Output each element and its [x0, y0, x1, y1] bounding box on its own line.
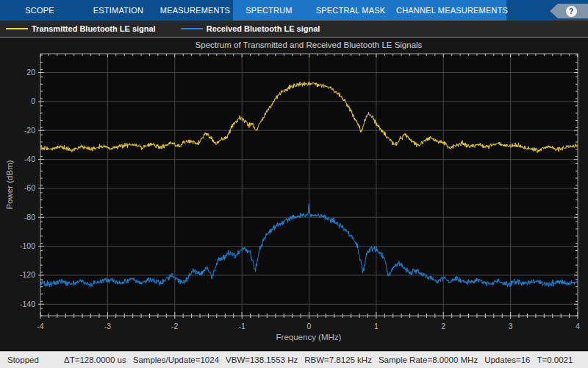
svg-text:-100: -100 [20, 241, 35, 250]
help-icon: ? [566, 6, 577, 17]
legend-label: Received Bluetooth LE signal [207, 24, 320, 33]
tab-scope[interactable]: SCOPE [0, 0, 79, 21]
status-stat: Samples/Update=1024 [133, 355, 219, 364]
received-line-swatch [181, 28, 203, 30]
svg-text:-120: -120 [20, 270, 35, 279]
tab-channel-measurements[interactable]: CHANNEL MEASUREMENTS [396, 0, 506, 21]
tab-estimation[interactable]: ESTIMATION [79, 0, 157, 21]
svg-text:20: 20 [26, 68, 35, 77]
svg-text:-60: -60 [24, 183, 35, 192]
svg-text:-40: -40 [24, 155, 35, 163]
svg-text:-3: -3 [104, 322, 111, 330]
plot-title: Spectrum of Transmitted and Received Blu… [196, 40, 423, 49]
svg-text:-2: -2 [171, 322, 178, 330]
x-axis-label: Frequency (MHz) [276, 333, 342, 342]
spectrum-plot-canvas[interactable]: Spectrum of Transmitted and Received Blu… [0, 38, 588, 351]
status-stat: T=0.0021 [537, 355, 573, 364]
legend: Transmitted Bluetooth LE signal Received… [0, 21, 588, 38]
tab-measurements[interactable]: MEASUREMENTS [157, 0, 233, 21]
svg-text:-20: -20 [24, 126, 35, 135]
tab-spectrum[interactable]: SPECTRUM [233, 0, 305, 21]
svg-text:4: 4 [576, 322, 580, 330]
legend-item-transmitted[interactable]: Transmitted Bluetooth LE signal [6, 24, 156, 33]
spectrum-analyzer-window: SCOPE ESTIMATION MEASUREMENTS SPECTRUM S… [0, 0, 588, 368]
status-stat: RBW=7.8125 kHz [304, 355, 372, 364]
status-stat: Sample Rate=8.0000 MHz [379, 355, 478, 364]
svg-text:0: 0 [31, 96, 35, 105]
status-stats: ΔT=128.0000 usSamples/Update=1024VBW=138… [64, 355, 579, 364]
status-stat: VBW=138.1553 Hz [226, 355, 298, 364]
svg-text:-80: -80 [24, 213, 35, 222]
svg-text:-4: -4 [37, 322, 43, 330]
svg-text:-1: -1 [238, 322, 245, 330]
y-axis-label: Power (dBm) [5, 160, 14, 209]
svg-text:2: 2 [441, 322, 445, 330]
svg-text:3: 3 [509, 322, 513, 330]
plot-region: Spectrum of Transmitted and Received Blu… [0, 38, 588, 351]
status-stat: ΔT=128.0000 us [64, 355, 126, 364]
status-stat: Updates=16 [484, 355, 530, 364]
svg-text:0: 0 [307, 322, 312, 330]
transmitted-line-swatch [6, 28, 28, 30]
legend-item-received[interactable]: Received Bluetooth LE signal [181, 24, 320, 33]
status-bar: Stopped ΔT=128.0000 usSamples/Update=102… [0, 351, 588, 368]
spectrum-tab-group: SPECTRUM SPECTRAL MASK CHANNEL MEASUREME… [233, 0, 506, 21]
status-state: Stopped [0, 355, 64, 364]
help-button[interactable]: ? [550, 4, 588, 18]
grid-lines [40, 54, 578, 316]
toolstrip: SCOPE ESTIMATION MEASUREMENTS SPECTRUM S… [0, 0, 588, 21]
svg-text:-140: -140 [20, 300, 35, 308]
svg-text:1: 1 [374, 322, 379, 330]
tab-spectral-mask[interactable]: SPECTRAL MASK [305, 0, 396, 21]
legend-label: Transmitted Bluetooth LE signal [32, 24, 156, 33]
